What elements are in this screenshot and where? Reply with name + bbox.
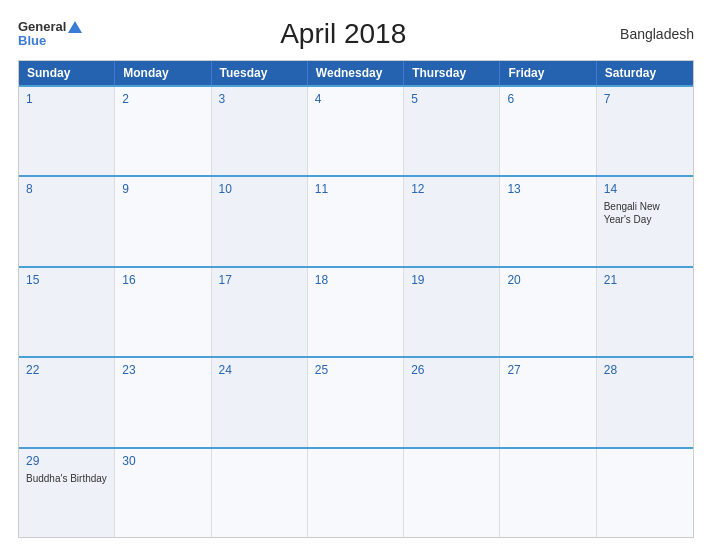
cell-apr-19: 19 [404,268,500,356]
cell-apr-30: 30 [115,449,211,537]
cell-apr-11: 11 [308,177,404,265]
cell-apr-28: 28 [597,358,693,446]
week-5: 29 Buddha's Birthday 30 [19,447,693,537]
header-tuesday: Tuesday [212,61,308,85]
cell-apr-27: 27 [500,358,596,446]
cell-apr-15: 15 [19,268,115,356]
calendar-page: General Blue April 2018 Bangladesh Sunda… [0,0,712,550]
header-sunday: Sunday [19,61,115,85]
cell-apr-21: 21 [597,268,693,356]
cell-apr-9: 9 [115,177,211,265]
header-monday: Monday [115,61,211,85]
cell-empty-3 [404,449,500,537]
cell-apr-10: 10 [212,177,308,265]
cell-apr-5: 5 [404,87,500,175]
cell-empty-5 [597,449,693,537]
logo-blue-text: Blue [18,34,46,48]
cell-apr-25: 25 [308,358,404,446]
cell-apr-18: 18 [308,268,404,356]
cell-apr-20: 20 [500,268,596,356]
cell-apr-13: 13 [500,177,596,265]
cell-apr-29: 29 Buddha's Birthday [19,449,115,537]
calendar-grid: Sunday Monday Tuesday Wednesday Thursday… [18,60,694,538]
cell-apr-4: 4 [308,87,404,175]
cell-apr-24: 24 [212,358,308,446]
cell-apr-14: 14 Bengali New Year's Day [597,177,693,265]
week-1: 1 2 3 4 5 6 7 [19,85,693,175]
week-2: 8 9 10 11 12 13 14 Bengali New Year's Da… [19,175,693,265]
header-wednesday: Wednesday [308,61,404,85]
cell-apr-26: 26 [404,358,500,446]
logo: General Blue [18,20,82,49]
cell-apr-3: 3 [212,87,308,175]
cell-apr-8: 8 [19,177,115,265]
cell-apr-16: 16 [115,268,211,356]
cell-empty-1 [212,449,308,537]
cell-apr-22: 22 [19,358,115,446]
cell-empty-4 [500,449,596,537]
cell-apr-1: 1 [19,87,115,175]
cell-apr-23: 23 [115,358,211,446]
cell-apr-7: 7 [597,87,693,175]
cell-apr-12: 12 [404,177,500,265]
calendar-header-row: Sunday Monday Tuesday Wednesday Thursday… [19,61,693,85]
cell-empty-2 [308,449,404,537]
page-header: General Blue April 2018 Bangladesh [18,18,694,50]
cell-apr-17: 17 [212,268,308,356]
header-thursday: Thursday [404,61,500,85]
calendar-title: April 2018 [82,18,604,50]
week-3: 15 16 17 18 19 20 21 [19,266,693,356]
week-4: 22 23 24 25 26 27 28 [19,356,693,446]
cell-apr-2: 2 [115,87,211,175]
header-friday: Friday [500,61,596,85]
header-saturday: Saturday [597,61,693,85]
logo-general-text: General [18,20,66,34]
country-label: Bangladesh [604,26,694,42]
calendar-body: 1 2 3 4 5 6 7 8 9 10 11 12 13 14 Bengali… [19,85,693,537]
cell-apr-6: 6 [500,87,596,175]
logo-triangle-icon [68,21,82,33]
